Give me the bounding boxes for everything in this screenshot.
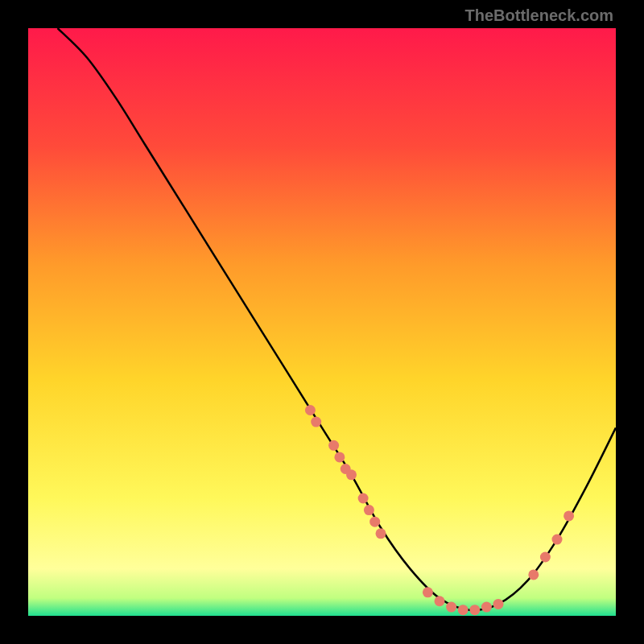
data-point (369, 517, 380, 527)
data-point (435, 596, 445, 606)
bottleneck-curve (58, 28, 617, 610)
data-point (481, 602, 492, 613)
data-point (364, 505, 374, 515)
data-point (328, 440, 339, 451)
plot-area (28, 28, 616, 616)
data-point (540, 552, 551, 563)
data-point (469, 605, 480, 615)
scatter-points (305, 405, 574, 615)
data-point (528, 569, 539, 580)
data-point (305, 405, 316, 415)
data-point (334, 452, 345, 462)
data-point (346, 469, 357, 480)
data-point (458, 605, 469, 615)
data-point (552, 535, 563, 545)
data-point (493, 599, 504, 609)
data-point (446, 602, 456, 613)
data-point (358, 493, 369, 504)
data-point (564, 510, 574, 521)
data-point (423, 587, 433, 597)
data-point (376, 528, 386, 539)
data-point (311, 417, 321, 427)
watermark-text: TheBottleneck.com (465, 6, 613, 25)
curve-layer (28, 28, 616, 616)
chart-container: TheBottleneck.com (0, 0, 644, 644)
